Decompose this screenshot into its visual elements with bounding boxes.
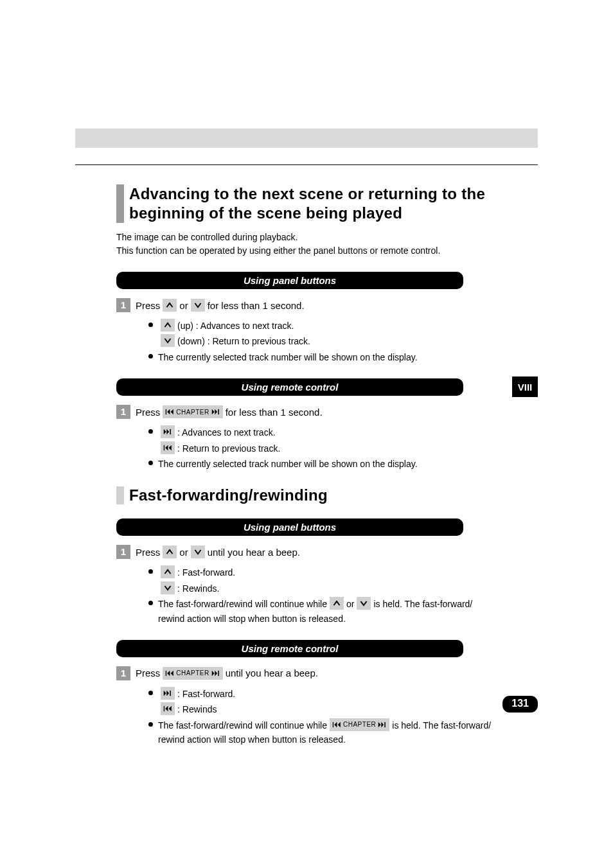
chapter-button-icon: CHAPTER <box>163 405 222 418</box>
bullet-text: : Return to previous track. <box>177 441 280 456</box>
up-button-icon <box>330 597 344 610</box>
down-button-icon <box>161 334 175 347</box>
section-tab: VIII <box>512 376 538 397</box>
bullet-spacer <box>148 585 153 590</box>
bullet-spacer <box>148 706 153 711</box>
page-number: 131 <box>502 696 538 713</box>
bullet-dot <box>148 461 153 465</box>
step-number: 1 <box>116 405 130 419</box>
step-text-post: until you hear a beep. <box>208 547 300 558</box>
pill-bar-remote-2: Using remote control <box>116 640 463 657</box>
bullet-text: or <box>346 597 354 611</box>
down-button-icon <box>357 597 371 610</box>
pill-bar-panel-1: Using panel buttons <box>116 272 463 289</box>
bullet-text: is held. The fast-forward/ <box>373 597 472 611</box>
bullets-2-panel: : Fast-forward. : Rewinds. The fast-forw… <box>148 565 538 626</box>
section-heading-2: Fast-forwarding/rewinding <box>129 486 538 504</box>
step-text-mid: or <box>179 300 188 311</box>
bullet-spacer <box>148 338 153 342</box>
bullet-text: : Fast-forward. <box>177 687 235 701</box>
bullet-text: : Rewinds. <box>177 581 219 596</box>
up-button-icon <box>163 299 177 312</box>
bullet-text: (down) : Return to previous track. <box>177 334 310 348</box>
step-row-1-panel: 1 Press or for less than 1 second. <box>116 298 538 312</box>
step-text-post: until you hear a beep. <box>226 668 318 678</box>
section-heading-1: Advancing to the next scene or returning… <box>129 184 538 223</box>
step-text-post: for less than 1 second. <box>226 407 323 418</box>
section1-intro-1: The image can be controlled during playb… <box>116 231 538 244</box>
bullet-text-line2: rewind action will stop when button is r… <box>148 732 538 747</box>
skip-prev-icon <box>161 702 175 715</box>
step-text-post: for less than 1 second. <box>208 300 305 311</box>
down-button-icon <box>191 545 205 558</box>
step-number: 1 <box>116 545 130 559</box>
bullet-dot <box>148 722 153 727</box>
step-text-pre: Press <box>136 407 160 418</box>
up-button-icon <box>161 319 175 332</box>
down-button-icon <box>191 299 205 312</box>
pill-bar-remote-1: Using remote control <box>116 378 463 396</box>
step-text-pre: Press <box>136 300 160 311</box>
page-content: Advancing to the next scene or returning… <box>75 165 538 747</box>
bullet-text: is held. The fast-forward/ <box>392 718 491 732</box>
step-number: 1 <box>116 298 130 312</box>
bullets-2-remote: : Fast-forward. : Rewinds The fast-forwa… <box>148 687 538 747</box>
section-heading-1-wrap: Advancing to the next scene or returning… <box>116 184 538 223</box>
bullet-text: (up) : Advances to next track. <box>177 319 294 333</box>
chapter-button-icon: CHAPTER <box>330 718 389 731</box>
bullet-text: The fast-forward/rewind will continue wh… <box>158 718 327 732</box>
step-row-2-remote: 1 Press CHAPTER until you hear a beep. <box>116 666 538 680</box>
bullet-dot <box>148 323 153 327</box>
step-row-2-panel: 1 Press or until you hear a beep. <box>116 545 538 559</box>
up-button-icon <box>163 545 177 558</box>
bullet-text: The fast-forward/rewind will continue wh… <box>158 597 327 611</box>
pill-bar-panel-2: Using panel buttons <box>116 518 463 536</box>
section1-intro-2: This function can be operated by using e… <box>116 244 538 258</box>
step-number: 1 <box>116 666 130 680</box>
bullet-dot <box>148 601 153 605</box>
header-gray-bar <box>75 128 538 148</box>
skip-prev-icon <box>161 441 175 454</box>
bullet-spacer <box>148 445 153 450</box>
skip-next-icon <box>161 425 175 438</box>
bullet-text: The currently selected track number will… <box>158 350 418 364</box>
down-button-icon <box>161 581 175 594</box>
bullet-dot <box>148 354 153 359</box>
bullet-text: : Rewinds <box>177 702 217 716</box>
skip-next-icon <box>161 687 175 700</box>
bullet-dot <box>148 691 153 695</box>
bullet-text-line2: rewind action will stop when button is r… <box>148 612 538 626</box>
bullets-1-remote: : Advances to next track. : Return to pr… <box>148 425 538 471</box>
bullet-text: : Advances to next track. <box>177 425 276 439</box>
bullet-text: The currently selected track number will… <box>158 457 418 471</box>
bullet-dot <box>148 429 153 434</box>
bullets-1-panel: (up) : Advances to next track. (down) : … <box>148 319 538 364</box>
section-heading-2-wrap: Fast-forwarding/rewinding <box>116 486 538 504</box>
bullet-text: : Fast-forward. <box>177 565 235 580</box>
up-button-icon <box>161 565 175 578</box>
chapter-button-icon: CHAPTER <box>163 667 222 680</box>
step-text-pre: Press <box>136 547 160 558</box>
step-row-1-remote: 1 Press CHAPTER for less than 1 second. <box>116 405 538 419</box>
bullet-dot <box>148 569 153 574</box>
step-text-mid: or <box>179 547 188 558</box>
step-text-pre: Press <box>136 668 160 678</box>
